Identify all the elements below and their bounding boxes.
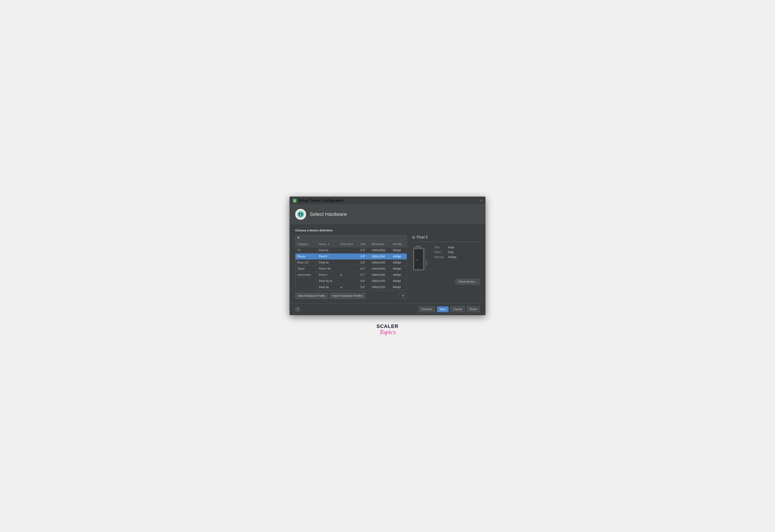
- col-header-density[interactable]: Density: [391, 241, 407, 247]
- search-icon: 🔍: [297, 237, 301, 240]
- device-name-cell: Pixel 4 XL: [317, 266, 339, 272]
- android-studio-icon: ▲: [297, 210, 305, 218]
- svg-text:▲: ▲: [299, 213, 302, 216]
- col-header-name[interactable]: Name ▼: [317, 241, 339, 247]
- device-name-cell: Pixel 3a: [317, 284, 339, 290]
- new-hardware-profile-button[interactable]: New Hardware Profile: [295, 293, 328, 299]
- help-button[interactable]: ?: [295, 307, 300, 312]
- branding: SCALER Topics: [377, 323, 398, 336]
- table-row[interactable]: Pixel 4▶5.7"1080x2280440dpi: [317, 272, 407, 278]
- play-store-cell: ▶: [339, 272, 359, 278]
- category-column: Category TV Phone Wear OS Tablet Automot…: [295, 241, 317, 290]
- header-icon: ▲: [295, 209, 306, 220]
- spec-value-size: large: [448, 245, 454, 250]
- col-header-size[interactable]: Size: [359, 241, 370, 247]
- density-cell: 440dpi: [391, 259, 407, 266]
- play-store-cell: [339, 266, 359, 272]
- phone-sketch: 1080px 2340px 6.0": [412, 245, 431, 276]
- dialog-footer: ? Previous Next Cancel Finish: [290, 303, 485, 315]
- next-button[interactable]: Next: [437, 306, 449, 312]
- device-name-cell: Pixel 3a XL: [317, 278, 339, 284]
- table-row[interactable]: Pixel 4 XL6.3"1440x3040560dpi: [317, 266, 407, 272]
- density-cell: 440dpi: [391, 272, 407, 278]
- content-area: 🔍 Category TV Phone Wear OS Tablet Autom…: [295, 235, 480, 299]
- category-item-automotive[interactable]: Automotive: [295, 272, 317, 278]
- search-input[interactable]: [302, 237, 405, 240]
- svg-text:2340px: 2340px: [426, 260, 427, 265]
- dialog-header: ▲ Select Hardware: [290, 205, 485, 224]
- device-name-cell: Pixel 4: [317, 272, 339, 278]
- resolution-cell: 1080x2160: [370, 278, 391, 284]
- density-cell: 440dpi: [391, 253, 407, 259]
- clone-device-button[interactable]: Clone Device...: [455, 279, 480, 285]
- table-row[interactable]: Pixel XL5.5"1440x2560560dpi: [317, 247, 407, 253]
- svg-text:6.0": 6.0": [416, 259, 418, 261]
- device-list-column: Name ▼ Play Store Size Resolution Densit…: [317, 241, 407, 290]
- resolution-cell: 1440x3040: [370, 266, 391, 272]
- svg-rect-7: [299, 212, 300, 213]
- device-table-container: Category TV Phone Wear OS Tablet Automot…: [295, 241, 407, 291]
- finish-button[interactable]: Finish: [467, 306, 480, 312]
- size-cell: 5.8": [359, 259, 370, 266]
- spec-label-density: Density:: [434, 255, 447, 260]
- spec-row-density: Density: 440dpi: [434, 255, 456, 260]
- left-panel: 🔍 Category TV Phone Wear OS Tablet Autom…: [295, 235, 407, 299]
- svg-rect-8: [301, 212, 302, 213]
- table-row[interactable]: Pixel 3a XL6.0"1080x2160400dpi: [317, 278, 407, 284]
- title-bar-left: ▲ Virtual Device Configuration: [293, 199, 344, 203]
- sort-arrow: ▼: [328, 243, 330, 246]
- resolution-cell: 1440x2560: [370, 247, 391, 253]
- svg-point-6: [300, 212, 301, 213]
- play-store-cell: [339, 253, 359, 259]
- density-cell: 440dpi: [391, 284, 407, 290]
- import-hardware-profiles-button[interactable]: Import Hardware Profiles: [330, 293, 366, 299]
- preview-divider: [412, 242, 480, 242]
- device-specs: Size: large Ratio: long Density: 440dpi: [434, 245, 456, 260]
- density-cell: 560dpi: [391, 247, 407, 253]
- device-name-cell: Pixel 5: [317, 253, 339, 259]
- table-row[interactable]: Pixel 3a▶5.6"1080x2220440dpi: [317, 284, 407, 290]
- refresh-button[interactable]: ⟳: [399, 293, 407, 299]
- spec-label-ratio: Ratio:: [434, 250, 447, 255]
- device-name-cell: Pixel 4a: [317, 259, 339, 266]
- cancel-button[interactable]: Cancel: [450, 306, 465, 312]
- size-cell: 5.6": [359, 284, 370, 290]
- footer-right: Previous Next Cancel Finish: [418, 306, 480, 312]
- search-container: 🔍: [295, 235, 407, 241]
- table-row[interactable]: Pixel 4a5.8"1080x2340440dpi: [317, 259, 407, 266]
- play-store-cell: ▶: [339, 284, 359, 290]
- size-cell: 6.0": [359, 278, 370, 284]
- category-item-tv[interactable]: TV: [295, 247, 317, 253]
- col-header-resolution[interactable]: Resolution: [370, 241, 391, 247]
- window-title: Virtual Device Configuration: [298, 199, 344, 203]
- category-item-phone[interactable]: Phone: [295, 253, 317, 260]
- preview-content: 1080px 2340px 6.0": [412, 245, 480, 276]
- preview-device-name: Pixel 5: [417, 235, 428, 239]
- title-bar: ▲ Virtual Device Configuration ×: [290, 197, 485, 205]
- phone-svg: 1080px 2340px 6.0": [412, 245, 431, 275]
- resolution-cell: 1080x2280: [370, 272, 391, 278]
- size-cell: 5.5": [359, 247, 370, 253]
- play-store-cell: [339, 278, 359, 284]
- device-table-body: Pixel XL5.5"1440x2560560dpiPixel 56.0"10…: [317, 247, 407, 290]
- category-item-wearos[interactable]: Wear OS: [295, 260, 317, 266]
- previous-button[interactable]: Previous: [418, 306, 435, 312]
- spec-value-ratio: long: [448, 250, 453, 255]
- close-button[interactable]: ×: [480, 199, 482, 202]
- device-name-cell: Pixel XL: [317, 247, 339, 253]
- category-item-tablet[interactable]: Tablet: [295, 266, 317, 272]
- dialog-body: Choose a device definition 🔍 Category TV…: [290, 224, 485, 303]
- spec-row-ratio: Ratio: long: [434, 250, 456, 255]
- header-title: Select Hardware: [310, 211, 347, 217]
- device-table: Name ▼ Play Store Size Resolution Densit…: [317, 241, 407, 290]
- density-cell: 560dpi: [391, 266, 407, 272]
- col-header-playstore[interactable]: Play Store: [339, 241, 359, 247]
- clone-btn-area: Clone Device...: [412, 279, 480, 285]
- play-store-cell: [339, 259, 359, 266]
- spec-label-size: Size:: [434, 245, 447, 250]
- footer-left: ?: [295, 307, 300, 312]
- right-panel: ⧉ Pixel 5 1080px: [411, 235, 480, 299]
- table-row[interactable]: Pixel 56.0"1080x2340440dpi: [317, 253, 407, 259]
- brand-topics-text: Topics: [377, 328, 398, 336]
- size-cell: 5.7": [359, 272, 370, 278]
